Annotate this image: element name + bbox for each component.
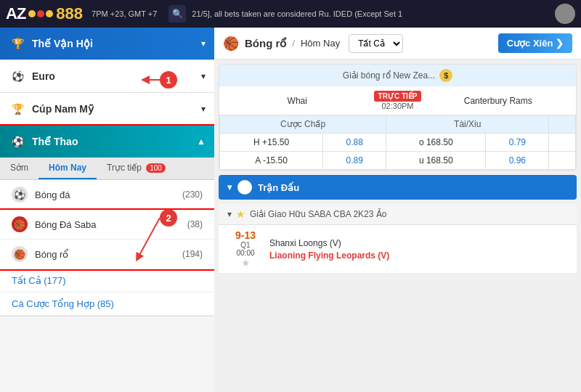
bong-da-saba-icon: 🏀 — [12, 216, 28, 232]
live-label: TRỰC TIẾP — [374, 91, 422, 102]
match-row: 9-13 Q1 00:00 ★ Shanxi Loongs (V) Liaoni… — [219, 225, 577, 274]
topbar-time: 7PM +23, GMT +7 — [92, 9, 157, 18]
sport-item-bong-da-saba[interactable]: 🏀 Bóng Đá Saba (38) — [0, 210, 214, 240]
sidebar-item-the-van-hoi[interactable]: 🏆 Thế Vận Hội ▾ — [0, 28, 214, 60]
odds-h-value[interactable]: 0.88 — [323, 134, 386, 152]
the-thao-icon: ⚽ — [9, 133, 26, 150]
odds-table: Cược Chấp Tài/Xiu H +15.50 0.88 o 168.50… — [219, 115, 576, 170]
content-separator: / — [292, 38, 295, 49]
topbar-notice: 21/5], all bets taken are considered Ru.… — [192, 9, 549, 18]
tran-dau-chevron: ▾ — [227, 182, 232, 192]
tab-hom-nay[interactable]: Hôm Nay — [38, 158, 97, 179]
sport-item-bong-da[interactable]: ⚽ Bóng đá (230) — [0, 180, 214, 210]
bong-ro-icon: 🏀 — [12, 246, 28, 262]
sidebar-item-euro[interactable]: ⚽ Euro ▾ — [0, 60, 214, 92]
league-expand-chevron[interactable]: ▾ — [227, 209, 232, 219]
sidebar-item-the-thao[interactable]: ⚽ Thể Thao ▲ — [0, 126, 214, 158]
odds-label-h[interactable]: H +15.50 — [220, 134, 323, 152]
live-block: TRỰC TIẾP 02:30PM — [374, 91, 422, 110]
bong-ro-name: Bóng rổ — [35, 249, 182, 260]
match-card: Giải bóng rổ New Zea... $ Whai TRỰC TIẾP… — [219, 64, 577, 171]
logo-888: 888 — [56, 4, 83, 23]
sport-item-bong-ro[interactable]: 🏀 Bóng rổ (194) — [0, 240, 214, 269]
match-home-team: Shanxi Loongs (V) — [269, 238, 568, 248]
score-block: 9-13 Q1 00:00 ★ — [227, 229, 264, 269]
the-thao-chevron: ▲ — [197, 136, 206, 147]
odds-extra-a — [549, 152, 576, 170]
extra-header — [549, 115, 576, 134]
sidebar: 🏆 Thế Vận Hội ▾ ⚽ Euro ▾ 🏆 Cúp Nam Mỹ ▾ — [0, 28, 214, 392]
odds-label-a[interactable]: A -15.50 — [220, 152, 323, 170]
cup-nam-my-chevron: ▾ — [201, 104, 206, 114]
odds-ou-o-value[interactable]: 0.79 — [486, 134, 549, 152]
link-tat-ca[interactable]: Tất Cả (177) — [0, 269, 214, 293]
the-van-hoi-chevron: ▾ — [201, 38, 206, 49]
odds-ou-line-o[interactable]: o 168.50 — [386, 134, 486, 152]
league-star[interactable]: ★ — [236, 208, 245, 220]
league-label: Giải Giao Hữu SABA CBA 2K23 Ảo — [250, 209, 386, 219]
match-away-team: Liaoning Flying Leopards (V) — [269, 250, 568, 261]
filter-dropdown[interactable]: Tất Cả — [349, 34, 403, 53]
bong-da-count: (230) — [182, 189, 203, 200]
taixiu-header: Tài/Xiu — [386, 115, 549, 134]
the-thao-label: Thể Thao — [32, 136, 194, 147]
sub-tabs: Sớm Hôm Nay Trực tiếp 100 — [0, 158, 214, 180]
odds-extra-h — [549, 134, 576, 152]
score-period: Q1 — [227, 241, 264, 249]
odds-ou-line-u[interactable]: u 168.50 — [386, 152, 486, 170]
right-content: 🏀 Bóng rổ / Hôm Nay Tất Cả Cược Xiên ❯ G… — [214, 28, 581, 392]
bong-da-saba-name: Bóng Đá Saba — [35, 219, 187, 230]
bong-da-saba-count: (38) — [187, 219, 203, 229]
content-title: Bóng rổ — [245, 37, 286, 50]
tran-dau-header[interactable]: ▾ ⏱ Trận Đấu — [219, 175, 577, 200]
live-time: 02:30PM — [374, 102, 422, 110]
main-layout: 🏆 Thế Vận Hội ▾ ⚽ Euro ▾ 🏆 Cúp Nam Mỹ ▾ — [0, 28, 581, 392]
live-badge: 100 — [146, 163, 166, 173]
odds-row-home: H +15.50 0.88 o 168.50 0.79 — [220, 134, 576, 152]
score-value: 9-13 — [227, 229, 264, 241]
link-ca-cuoc-tong-hop[interactable]: Cá Cược Tổng Hợp (85) — [0, 293, 214, 316]
dollar-icon: $ — [439, 69, 452, 82]
bong-da-icon: ⚽ — [12, 187, 28, 203]
the-van-hoi-icon: 🏆 — [9, 35, 26, 52]
handicap-header: Cược Chấp — [220, 115, 386, 134]
score-time: 00:00 — [227, 249, 264, 257]
tab-som[interactable]: Sớm — [0, 158, 38, 179]
content-subtitle: Hôm Nay — [301, 38, 340, 49]
bong-da-name: Bóng đá — [35, 189, 182, 200]
cup-nam-my-label: Cúp Nam Mỹ — [32, 103, 198, 115]
clock-icon: ⏱ — [237, 180, 252, 195]
sidebar-section-the-van-hoi: 🏆 Thế Vận Hội ▾ — [0, 28, 214, 60]
match-star[interactable]: ★ — [227, 257, 264, 269]
tran-dau-title: Trận Đấu — [258, 182, 299, 193]
euro-icon: ⚽ — [9, 68, 26, 85]
content-sport-icon: 🏀 — [223, 36, 239, 52]
cup-nam-my-icon: 🏆 — [9, 100, 26, 118]
cuoc-xien-button[interactable]: Cược Xiên ❯ — [498, 33, 572, 53]
logo: AZ 888 — [6, 4, 83, 23]
away-team: Canterbury Rams — [427, 96, 569, 106]
home-team: Whai — [227, 96, 368, 106]
search-button[interactable]: 🔍 — [168, 5, 186, 23]
logo-dot2 — [37, 10, 44, 17]
match-card-header: Giải bóng rổ New Zea... $ — [219, 65, 576, 86]
teams-row: Whai TRỰC TIẾP 02:30PM Canterbury Rams — [219, 86, 576, 115]
odds-ou-u-value[interactable]: 0.96 — [486, 152, 549, 170]
user-avatar[interactable] — [555, 4, 575, 24]
highlighted-sports: 🏀 Bóng Đá Saba (38) 🏀 Bóng rổ (194) — [0, 210, 214, 269]
logo-dot1 — [28, 10, 36, 17]
the-van-hoi-label: Thế Vận Hội — [32, 38, 198, 49]
euro-chevron: ▾ — [201, 71, 206, 81]
teams-block: Shanxi Loongs (V) Liaoning Flying Leopar… — [269, 238, 568, 261]
top-bar: AZ 888 7PM +23, GMT +7 🔍 21/5], all bets… — [0, 0, 581, 28]
content-header: 🏀 Bóng rổ / Hôm Nay Tất Cả Cược Xiên ❯ — [214, 28, 581, 60]
tab-truc-tiep[interactable]: Trực tiếp 100 — [97, 158, 176, 179]
sidebar-section-cup-nam-my: 🏆 Cúp Nam Mỹ ▾ — [0, 93, 214, 126]
logo-az: AZ — [6, 4, 25, 23]
euro-label: Euro — [32, 70, 198, 82]
league-name: Giải bóng rổ New Zea... — [343, 70, 435, 81]
odds-a-value[interactable]: 0.89 — [323, 152, 386, 170]
league-row: ▾ ★ Giải Giao Hữu SABA CBA 2K23 Ảo — [219, 204, 577, 225]
sidebar-section-euro: ⚽ Euro ▾ — [0, 60, 214, 93]
sidebar-item-cup-nam-my[interactable]: 🏆 Cúp Nam Mỹ ▾ — [0, 93, 214, 125]
